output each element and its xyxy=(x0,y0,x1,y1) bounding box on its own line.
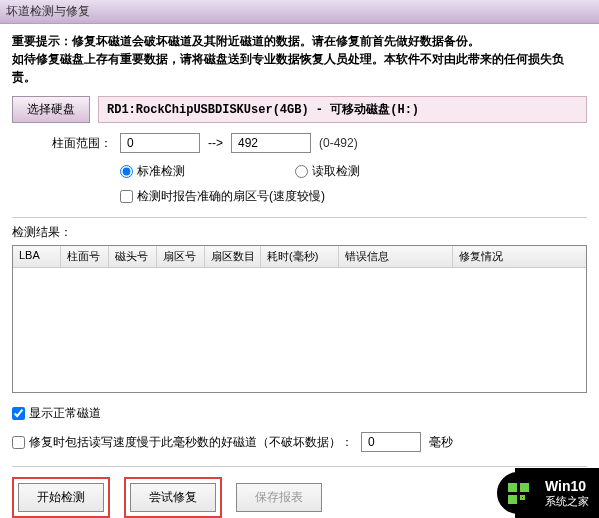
readonly-detect-radio-group[interactable]: 读取检测 xyxy=(295,163,360,180)
results-table[interactable]: LBA 柱面号 磁头号 扇区号 扇区数目 耗时(毫秒) 错误信息 修复情况 xyxy=(12,245,587,393)
col-lba[interactable]: LBA xyxy=(13,246,61,267)
arrow-text: --> xyxy=(208,136,223,150)
cylinder-label: 柱面范围： xyxy=(52,135,112,152)
col-cylinder[interactable]: 柱面号 xyxy=(61,246,109,267)
watermark-subtitle: 系统之家 xyxy=(545,494,589,509)
col-time[interactable]: 耗时(毫秒) xyxy=(261,246,339,267)
warning-text: 重要提示：修复坏磁道会破坏磁道及其附近磁道的数据。请在修复前首先做好数据备份。 … xyxy=(12,32,587,86)
titlebar: 坏道检测与修复 xyxy=(0,0,599,24)
readonly-detect-label: 读取检测 xyxy=(312,163,360,180)
readonly-detect-radio[interactable] xyxy=(295,165,308,178)
standard-detect-radio-group[interactable]: 标准检测 xyxy=(120,163,185,180)
separator xyxy=(12,217,587,218)
window-title: 坏道检测与修复 xyxy=(6,3,90,20)
watermark-title: Win10 xyxy=(545,478,589,494)
cylinder-start-input[interactable] xyxy=(120,133,200,153)
cylinder-range-hint: (0-492) xyxy=(319,136,358,150)
repair-speed-label-after: 毫秒 xyxy=(429,434,453,451)
try-repair-button[interactable]: 尝试修复 xyxy=(130,483,216,512)
cylinder-range-row: 柱面范围： --> (0-492) xyxy=(12,133,587,153)
col-head[interactable]: 磁头号 xyxy=(109,246,157,267)
results-label: 检测结果： xyxy=(12,224,587,241)
cylinder-end-input[interactable] xyxy=(231,133,311,153)
show-normal-row: 显示正常磁道 xyxy=(12,405,587,422)
start-button-highlight: 开始检测 xyxy=(12,477,110,518)
watermark-logo-icon xyxy=(497,472,539,514)
separator-2 xyxy=(12,466,587,467)
dialog-content: 重要提示：修复坏磁道会破坏磁道及其附近磁道的数据。请在修复前首先做好数据备份。 … xyxy=(0,24,599,518)
repair-speed-checkbox[interactable] xyxy=(12,436,25,449)
standard-detect-label: 标准检测 xyxy=(137,163,185,180)
accurate-sector-checkbox[interactable] xyxy=(120,190,133,203)
disk-path-display: RD1:RockChipUSBDISKUser(4GB) - 可移动磁盘(H:) xyxy=(98,96,587,123)
warning-line1: 重要提示：修复坏磁道会破坏磁道及其附近磁道的数据。请在修复前首先做好数据备份。 xyxy=(12,32,587,50)
accurate-sector-row: 检测时报告准确的扇区号(速度较慢) xyxy=(12,188,587,205)
select-disk-button[interactable]: 选择硬盘 xyxy=(12,96,90,123)
repair-speed-row: 修复时包括读写速度慢于此毫秒数的好磁道（不破坏数据）： 毫秒 xyxy=(12,432,587,452)
disk-row: 选择硬盘 RD1:RockChipUSBDISKUser(4GB) - 可移动磁… xyxy=(12,96,587,123)
standard-detect-radio[interactable] xyxy=(120,165,133,178)
show-normal-label: 显示正常磁道 xyxy=(29,405,101,422)
show-normal-checkbox[interactable] xyxy=(12,407,25,420)
repair-button-highlight: 尝试修复 xyxy=(124,477,222,518)
start-detect-button[interactable]: 开始检测 xyxy=(18,483,104,512)
col-fix-status[interactable]: 修复情况 xyxy=(453,246,586,267)
col-sector[interactable]: 扇区号 xyxy=(157,246,205,267)
repair-speed-label-before: 修复时包括读写速度慢于此毫秒数的好磁道（不破坏数据）： xyxy=(29,434,353,451)
results-body xyxy=(13,268,586,388)
watermark: Win10 系统之家 xyxy=(515,468,599,518)
col-error[interactable]: 错误信息 xyxy=(339,246,453,267)
col-sector-count[interactable]: 扇区数目 xyxy=(205,246,261,267)
watermark-text: Win10 系统之家 xyxy=(545,478,589,509)
warning-line2: 如待修复磁盘上存有重要数据，请将磁盘送到专业数据恢复人员处理。本软件不对由此带来… xyxy=(12,50,587,86)
dialog-window: 坏道检测与修复 重要提示：修复坏磁道会破坏磁道及其附近磁道的数据。请在修复前首先… xyxy=(0,0,599,518)
accurate-sector-label: 检测时报告准确的扇区号(速度较慢) xyxy=(137,188,325,205)
repair-speed-input[interactable] xyxy=(361,432,421,452)
detect-mode-row: 标准检测 读取检测 xyxy=(12,163,587,180)
results-header: LBA 柱面号 磁头号 扇区号 扇区数目 耗时(毫秒) 错误信息 修复情况 xyxy=(13,246,586,268)
save-report-button: 保存报表 xyxy=(236,483,322,512)
